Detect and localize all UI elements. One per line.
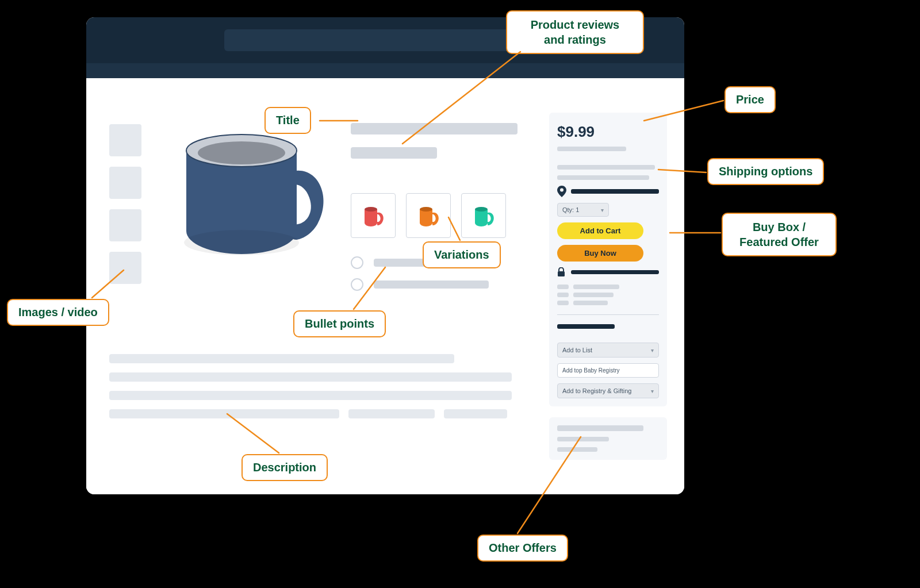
shipping-line-placeholder [557,175,649,180]
description-line [109,372,512,382]
shipping-line-placeholder [557,165,655,170]
product-page: $9.99 Qty: 1 ▾ Add to Cart Buy Now [86,78,684,494]
callout-reviews: Product reviewsand ratings [506,10,644,54]
lock-icon [557,267,565,276]
other-offers-line [557,425,643,431]
baby-registry-label: Add top Baby Registry [562,367,620,374]
callout-variations: Variations [423,241,501,268]
other-offers-line [557,447,597,452]
description-line [109,354,454,363]
svg-point-7 [560,189,564,192]
add-registry-gifting-button[interactable]: Add to Registry & Gifting ▾ [557,383,659,398]
bullet-dot-icon [351,256,363,269]
quantity-label: Qty: 1 [562,206,579,213]
callout-images: Images / video [7,299,109,326]
description-line [348,409,435,418]
callout-other-offers: Other Offers [477,535,568,562]
divider [557,314,659,315]
other-offers-line [557,437,609,441]
add-to-list-label: Add to List [562,347,592,353]
price-subtext-placeholder [557,147,626,151]
description-block [109,354,512,418]
thumbnail[interactable] [109,167,141,199]
chevron-down-icon: ▾ [651,347,654,353]
callout-title: Title [264,107,311,134]
product-rating-placeholder[interactable] [351,147,437,159]
add-to-cart-button[interactable]: Add to Cart [557,222,643,239]
secure-transaction-row [557,267,659,276]
variation-row [351,193,506,238]
secure-text-placeholder [571,270,659,274]
buy-box: $9.99 Qty: 1 ▾ Add to Cart Buy Now [549,113,667,406]
callout-buybox: Buy Box /Featured Offer [722,213,837,256]
description-line [109,409,339,418]
svg-point-3 [184,230,299,255]
chevron-down-icon: ▾ [651,388,654,394]
other-offers-box[interactable] [549,417,667,460]
callout-description: Description [241,454,328,481]
buy-now-button[interactable]: Buy Now [557,245,643,262]
variation-swatch-orange[interactable] [406,193,451,238]
location-pin-icon [557,186,566,197]
thumbnail-rail [109,124,141,284]
variation-swatch-red[interactable] [351,193,396,238]
deliver-to-placeholder [571,189,659,194]
quantity-select[interactable]: Qty: 1 ▾ [557,203,609,217]
thumbnail[interactable] [109,252,141,284]
thumbnail[interactable] [109,209,141,241]
svg-point-4 [365,207,377,212]
bullet-dot-icon [351,278,363,291]
main-product-image[interactable] [172,118,334,268]
url-bar[interactable] [224,29,546,51]
description-line [444,409,507,418]
add-to-cart-label: Add to Cart [580,226,621,235]
details-stub [557,285,659,305]
add-baby-registry-button[interactable]: Add top Baby Registry [557,363,659,378]
callout-shipping: Shipping options [707,158,824,185]
svg-point-2 [198,141,285,164]
browser-sub-bar [86,63,684,78]
thumbnail[interactable] [109,124,141,156]
stock-placeholder [557,324,615,329]
bullet-text-placeholder [374,280,489,289]
svg-rect-8 [558,271,565,276]
registry-gifting-label: Add to Registry & Gifting [562,387,631,394]
description-line [109,391,512,400]
callout-price: Price [724,86,776,113]
chevron-down-icon: ▾ [601,207,604,213]
svg-point-5 [420,207,432,212]
svg-point-6 [475,207,488,212]
variation-swatch-teal[interactable] [461,193,506,238]
price-value: $9.99 [557,123,659,141]
deliver-to-row[interactable] [557,186,659,197]
browser-window: $9.99 Qty: 1 ▾ Add to Cart Buy Now [86,17,684,494]
buy-now-label: Buy Now [584,249,616,258]
product-title-placeholder [351,123,518,134]
bullet-item [351,278,489,291]
add-to-list-button[interactable]: Add to List ▾ [557,343,659,358]
callout-bullets: Bullet points [293,310,386,337]
